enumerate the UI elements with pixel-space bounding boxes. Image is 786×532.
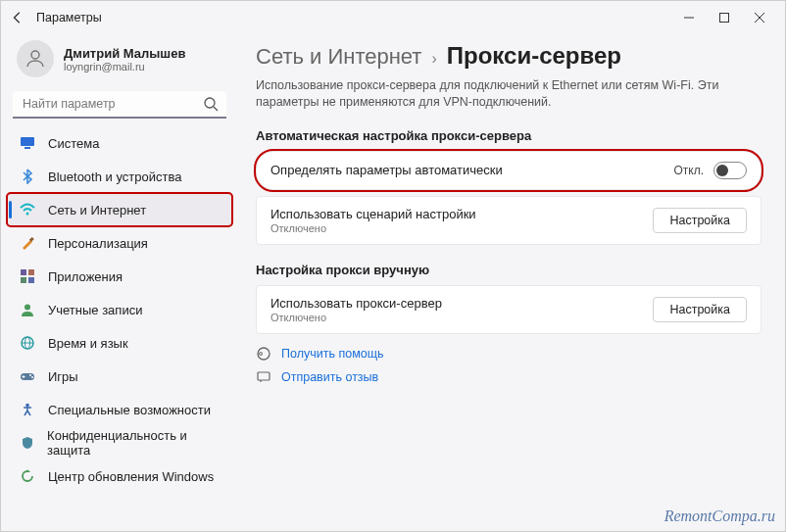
- svg-point-3: [205, 98, 215, 108]
- titlebar: Параметры: [1, 1, 785, 34]
- globe-icon: [19, 334, 36, 352]
- page-description: Использование прокси-сервера для подключ…: [256, 77, 756, 111]
- back-button[interactable]: [9, 9, 26, 26]
- apps-icon: [19, 267, 36, 285]
- get-help-label: Получить помощь: [281, 347, 383, 361]
- update-icon: [19, 467, 36, 485]
- card-manual-proxy-label: Использовать прокси-сервер: [270, 296, 653, 311]
- svg-rect-5: [21, 137, 34, 146]
- card-auto-detect-label: Определять параметры автоматически: [270, 163, 673, 177]
- setup-script-button[interactable]: Настройка: [653, 208, 747, 233]
- sidebar-item-label: Конфиденциальность и защита: [47, 428, 224, 458]
- help-icon: [256, 346, 271, 362]
- close-button[interactable]: [742, 4, 777, 31]
- sidebar-item-label: Персонализация: [48, 236, 148, 251]
- svg-point-13: [25, 305, 30, 311]
- sidebar-item-update[interactable]: Центр обновления Windows: [7, 459, 232, 493]
- svg-rect-6: [25, 147, 30, 149]
- profile[interactable]: Дмитрий Малышев loyngrin@mail.ru: [7, 38, 232, 87]
- sidebar-item-label: Приложения: [48, 269, 123, 284]
- sidebar-item-accessibility[interactable]: Специальные возможности: [7, 393, 232, 426]
- sidebar: Дмитрий Малышев loyngrin@mail.ru Система…: [1, 34, 242, 531]
- svg-rect-9: [21, 269, 26, 275]
- sidebar-item-label: Система: [48, 136, 99, 151]
- svg-rect-1: [720, 14, 729, 23]
- card-setup-script: Использовать сценарий настройки Отключен…: [256, 196, 761, 245]
- auto-detect-toggle[interactable]: [713, 162, 747, 179]
- get-help-link[interactable]: Получить помощь: [256, 346, 761, 362]
- help-links: Получить помощь Отправить отзыв: [256, 346, 761, 385]
- shield-icon: [19, 434, 35, 452]
- search-icon: [203, 96, 221, 114]
- sidebar-item-accounts[interactable]: Учетные записи: [7, 293, 232, 326]
- wifi-icon: [19, 201, 36, 218]
- svg-line-4: [214, 107, 218, 111]
- sidebar-item-apps[interactable]: Приложения: [7, 260, 232, 293]
- watermark: RemontCompa.ru: [664, 508, 775, 525]
- svg-point-22: [260, 352, 263, 355]
- svg-point-19: [31, 376, 33, 378]
- svg-point-18: [29, 374, 31, 376]
- minimize-button[interactable]: [671, 4, 707, 31]
- sidebar-item-label: Игры: [48, 369, 78, 384]
- page-title: Прокси-сервер: [447, 42, 621, 70]
- window-title: Параметры: [36, 11, 671, 24]
- sidebar-item-bluetooth[interactable]: Bluetooth и устройства: [7, 160, 232, 193]
- svg-rect-10: [28, 269, 34, 275]
- manual-proxy-button[interactable]: Настройка: [653, 297, 747, 322]
- maximize-button[interactable]: [707, 4, 742, 31]
- profile-name: Дмитрий Малышев: [64, 46, 185, 61]
- sidebar-item-label: Время и язык: [48, 336, 128, 351]
- section-manual-title: Настройка прокси вручную: [256, 263, 761, 277]
- svg-rect-11: [21, 277, 26, 283]
- breadcrumb: Сеть и Интернет › Прокси-сервер: [256, 42, 761, 70]
- sidebar-item-label: Bluetooth и устройства: [48, 169, 181, 184]
- sidebar-item-system[interactable]: Система: [7, 126, 232, 160]
- search-input[interactable]: [13, 91, 226, 119]
- games-icon: [19, 367, 36, 385]
- sidebar-item-network[interactable]: Сеть и Интернет: [7, 193, 232, 226]
- card-setup-script-sub: Отключено: [270, 222, 653, 234]
- card-auto-detect: Определять параметры автоматически Откл.: [256, 151, 761, 190]
- brush-icon: [19, 234, 36, 252]
- breadcrumb-parent[interactable]: Сеть и Интернет: [256, 44, 421, 70]
- main-content: Сеть и Интернет › Прокси-сервер Использо…: [242, 34, 785, 531]
- card-setup-script-label: Использовать сценарий настройки: [270, 207, 653, 221]
- section-auto-title: Автоматическая настройка прокси-сервера: [256, 128, 761, 143]
- system-icon: [19, 134, 36, 152]
- svg-point-2: [31, 51, 39, 59]
- feedback-link[interactable]: Отправить отзыв: [256, 369, 761, 385]
- card-manual-proxy: Использовать прокси-сервер Отключено Нас…: [256, 285, 761, 334]
- feedback-label: Отправить отзыв: [281, 370, 378, 384]
- sidebar-item-time-language[interactable]: Время и язык: [7, 326, 232, 360]
- svg-point-20: [25, 404, 29, 408]
- sidebar-item-privacy[interactable]: Конфиденциальность и защита: [7, 426, 232, 459]
- chevron-right-icon: ›: [431, 50, 436, 68]
- bluetooth-icon: [19, 168, 36, 185]
- accessibility-icon: [19, 401, 36, 418]
- svg-rect-23: [258, 372, 270, 380]
- toggle-state-label: Откл.: [673, 164, 704, 177]
- nav-list: Система Bluetooth и устройства Сеть и Ин…: [7, 126, 232, 493]
- sidebar-item-label: Учетные записи: [48, 303, 142, 317]
- sidebar-item-label: Специальные возможности: [48, 403, 211, 417]
- sidebar-item-label: Центр обновления Windows: [48, 469, 214, 484]
- svg-point-7: [26, 213, 29, 216]
- feedback-icon: [256, 369, 271, 385]
- sidebar-item-gaming[interactable]: Игры: [7, 360, 232, 393]
- account-icon: [19, 301, 36, 318]
- sidebar-item-label: Сеть и Интернет: [48, 203, 146, 218]
- sidebar-item-personalization[interactable]: Персонализация: [7, 226, 232, 260]
- avatar: [17, 40, 54, 77]
- profile-email: loyngrin@mail.ru: [64, 61, 185, 73]
- svg-rect-12: [28, 277, 34, 283]
- search-box: [13, 91, 226, 119]
- card-manual-proxy-sub: Отключено: [270, 312, 653, 323]
